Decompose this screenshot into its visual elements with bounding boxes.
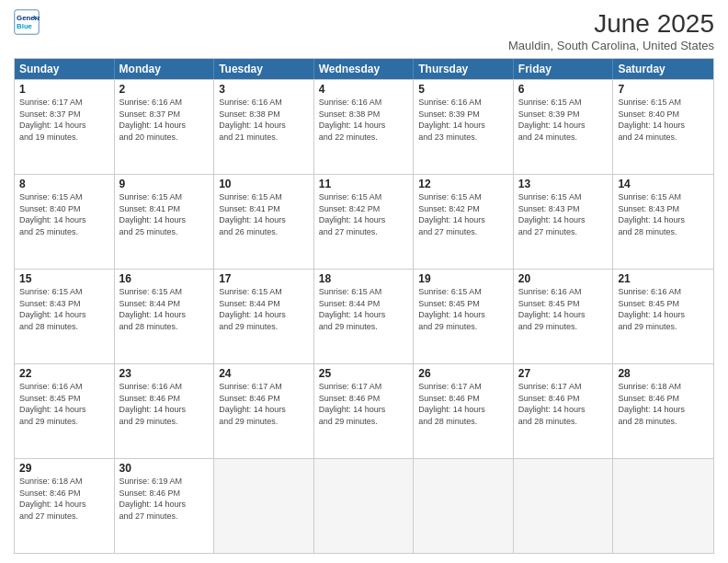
cal-cell-day-12: 12Sunrise: 6:15 AMSunset: 8:42 PMDayligh… bbox=[414, 175, 514, 269]
day-info: Sunrise: 6:15 AMSunset: 8:41 PMDaylight:… bbox=[219, 191, 309, 237]
day-number: 19 bbox=[418, 272, 508, 285]
cal-cell-empty bbox=[613, 459, 713, 553]
location: Mauldin, South Carolina, United States bbox=[508, 39, 714, 52]
cal-cell-day-15: 15Sunrise: 6:15 AMSunset: 8:43 PMDayligh… bbox=[15, 270, 115, 363]
month-title: June 2025 bbox=[508, 9, 714, 39]
day-number: 21 bbox=[618, 272, 709, 285]
cal-cell-day-8: 8Sunrise: 6:15 AMSunset: 8:40 PMDaylight… bbox=[15, 175, 115, 269]
page: General Blue June 2025 Mauldin, South Ca… bbox=[0, 0, 728, 563]
cal-cell-day-18: 18Sunrise: 6:15 AMSunset: 8:44 PMDayligh… bbox=[314, 270, 415, 363]
day-info: Sunrise: 6:15 AMSunset: 8:39 PMDaylight:… bbox=[518, 97, 609, 143]
day-number: 23 bbox=[119, 367, 210, 380]
cal-cell-day-21: 21Sunrise: 6:16 AMSunset: 8:45 PMDayligh… bbox=[613, 270, 713, 363]
day-number: 7 bbox=[618, 83, 709, 96]
day-info: Sunrise: 6:15 AMSunset: 8:42 PMDaylight:… bbox=[418, 191, 508, 237]
day-number: 11 bbox=[319, 178, 409, 190]
day-number: 14 bbox=[618, 178, 709, 190]
day-number: 18 bbox=[319, 272, 409, 285]
day-info: Sunrise: 6:15 AMSunset: 8:44 PMDaylight:… bbox=[219, 286, 309, 332]
cal-cell-day-28: 28Sunrise: 6:18 AMSunset: 8:46 PMDayligh… bbox=[613, 364, 713, 458]
day-header-thursday: Thursday bbox=[414, 59, 514, 79]
day-info: Sunrise: 6:17 AMSunset: 8:46 PMDaylight:… bbox=[319, 381, 409, 427]
cal-cell-day-29: 29Sunrise: 6:18 AMSunset: 8:46 PMDayligh… bbox=[15, 459, 115, 553]
cal-cell-empty bbox=[414, 459, 514, 553]
day-info: Sunrise: 6:15 AMSunset: 8:44 PMDaylight:… bbox=[119, 286, 210, 332]
day-header-tuesday: Tuesday bbox=[214, 59, 314, 79]
day-number: 8 bbox=[19, 178, 109, 190]
cal-week-1: 1Sunrise: 6:17 AMSunset: 8:37 PMDaylight… bbox=[15, 79, 713, 174]
cal-cell-day-22: 22Sunrise: 6:16 AMSunset: 8:45 PMDayligh… bbox=[15, 364, 115, 458]
cal-cell-day-19: 19Sunrise: 6:15 AMSunset: 8:45 PMDayligh… bbox=[414, 270, 514, 363]
cal-week-5: 29Sunrise: 6:18 AMSunset: 8:46 PMDayligh… bbox=[15, 458, 713, 553]
cal-cell-day-20: 20Sunrise: 6:16 AMSunset: 8:45 PMDayligh… bbox=[514, 270, 614, 363]
day-info: Sunrise: 6:15 AMSunset: 8:43 PMDaylight:… bbox=[618, 191, 709, 237]
cal-cell-day-9: 9Sunrise: 6:15 AMSunset: 8:41 PMDaylight… bbox=[115, 175, 215, 269]
day-number: 25 bbox=[319, 367, 409, 380]
day-info: Sunrise: 6:15 AMSunset: 8:40 PMDaylight:… bbox=[19, 191, 109, 237]
cal-cell-day-17: 17Sunrise: 6:15 AMSunset: 8:44 PMDayligh… bbox=[214, 270, 314, 363]
cal-cell-day-14: 14Sunrise: 6:15 AMSunset: 8:43 PMDayligh… bbox=[613, 175, 713, 269]
day-info: Sunrise: 6:15 AMSunset: 8:43 PMDaylight:… bbox=[19, 286, 109, 332]
day-number: 2 bbox=[119, 83, 210, 96]
cal-cell-day-24: 24Sunrise: 6:17 AMSunset: 8:46 PMDayligh… bbox=[214, 364, 314, 458]
day-number: 28 bbox=[618, 367, 709, 380]
cal-cell-day-25: 25Sunrise: 6:17 AMSunset: 8:46 PMDayligh… bbox=[314, 364, 415, 458]
day-info: Sunrise: 6:15 AMSunset: 8:42 PMDaylight:… bbox=[319, 191, 409, 237]
day-info: Sunrise: 6:15 AMSunset: 8:45 PMDaylight:… bbox=[418, 286, 508, 332]
day-number: 13 bbox=[518, 178, 609, 190]
day-number: 24 bbox=[219, 367, 309, 380]
cal-week-3: 15Sunrise: 6:15 AMSunset: 8:43 PMDayligh… bbox=[15, 269, 713, 363]
day-info: Sunrise: 6:16 AMSunset: 8:45 PMDaylight:… bbox=[518, 286, 609, 332]
cal-cell-day-26: 26Sunrise: 6:17 AMSunset: 8:46 PMDayligh… bbox=[414, 364, 514, 458]
day-header-saturday: Saturday bbox=[613, 59, 713, 79]
cal-cell-empty bbox=[514, 459, 614, 553]
day-header-sunday: Sunday bbox=[15, 59, 115, 79]
cal-week-2: 8Sunrise: 6:15 AMSunset: 8:40 PMDaylight… bbox=[15, 174, 713, 269]
cal-cell-day-4: 4Sunrise: 6:16 AMSunset: 8:38 PMDaylight… bbox=[314, 80, 415, 174]
cal-cell-day-30: 30Sunrise: 6:19 AMSunset: 8:46 PMDayligh… bbox=[115, 459, 215, 553]
day-info: Sunrise: 6:15 AMSunset: 8:41 PMDaylight:… bbox=[119, 191, 210, 237]
cal-cell-empty bbox=[214, 459, 314, 553]
cal-cell-day-3: 3Sunrise: 6:16 AMSunset: 8:38 PMDaylight… bbox=[214, 80, 314, 174]
day-info: Sunrise: 6:16 AMSunset: 8:38 PMDaylight:… bbox=[219, 97, 309, 143]
cal-cell-day-7: 7Sunrise: 6:15 AMSunset: 8:40 PMDaylight… bbox=[613, 80, 713, 174]
day-info: Sunrise: 6:16 AMSunset: 8:45 PMDaylight:… bbox=[19, 381, 109, 427]
day-info: Sunrise: 6:15 AMSunset: 8:40 PMDaylight:… bbox=[618, 97, 709, 143]
cal-cell-day-16: 16Sunrise: 6:15 AMSunset: 8:44 PMDayligh… bbox=[115, 270, 215, 363]
day-number: 26 bbox=[418, 367, 508, 380]
day-info: Sunrise: 6:16 AMSunset: 8:38 PMDaylight:… bbox=[319, 97, 409, 143]
day-number: 30 bbox=[119, 462, 210, 475]
cal-week-4: 22Sunrise: 6:16 AMSunset: 8:45 PMDayligh… bbox=[15, 363, 713, 458]
day-number: 22 bbox=[19, 367, 109, 380]
day-number: 3 bbox=[219, 83, 309, 96]
day-number: 5 bbox=[418, 83, 508, 96]
logo-icon: General Blue bbox=[14, 9, 40, 35]
day-number: 16 bbox=[119, 272, 210, 285]
day-number: 6 bbox=[518, 83, 609, 96]
day-header-friday: Friday bbox=[514, 59, 614, 79]
day-header-monday: Monday bbox=[115, 59, 215, 79]
day-number: 29 bbox=[19, 462, 109, 475]
header: General Blue June 2025 Mauldin, South Ca… bbox=[14, 9, 714, 52]
day-info: Sunrise: 6:16 AMSunset: 8:37 PMDaylight:… bbox=[119, 97, 210, 143]
cal-cell-day-13: 13Sunrise: 6:15 AMSunset: 8:43 PMDayligh… bbox=[514, 175, 614, 269]
day-number: 27 bbox=[518, 367, 609, 380]
day-info: Sunrise: 6:19 AMSunset: 8:46 PMDaylight:… bbox=[119, 476, 210, 522]
day-info: Sunrise: 6:15 AMSunset: 8:44 PMDaylight:… bbox=[319, 286, 409, 332]
calendar-body: 1Sunrise: 6:17 AMSunset: 8:37 PMDaylight… bbox=[15, 79, 713, 553]
day-number: 10 bbox=[219, 178, 309, 190]
day-number: 20 bbox=[518, 272, 609, 285]
day-info: Sunrise: 6:18 AMSunset: 8:46 PMDaylight:… bbox=[618, 381, 709, 427]
day-number: 17 bbox=[219, 272, 309, 285]
cal-cell-day-5: 5Sunrise: 6:16 AMSunset: 8:39 PMDaylight… bbox=[414, 80, 514, 174]
day-header-wednesday: Wednesday bbox=[314, 59, 415, 79]
day-number: 12 bbox=[418, 178, 508, 190]
logo: General Blue bbox=[14, 9, 40, 35]
day-info: Sunrise: 6:17 AMSunset: 8:46 PMDaylight:… bbox=[418, 381, 508, 427]
cal-cell-day-27: 27Sunrise: 6:17 AMSunset: 8:46 PMDayligh… bbox=[514, 364, 614, 458]
cal-cell-day-1: 1Sunrise: 6:17 AMSunset: 8:37 PMDaylight… bbox=[15, 80, 115, 174]
day-info: Sunrise: 6:18 AMSunset: 8:46 PMDaylight:… bbox=[19, 476, 109, 522]
day-number: 9 bbox=[119, 178, 210, 190]
cal-cell-empty bbox=[314, 459, 415, 553]
title-block: June 2025 Mauldin, South Carolina, Unite… bbox=[508, 9, 714, 52]
